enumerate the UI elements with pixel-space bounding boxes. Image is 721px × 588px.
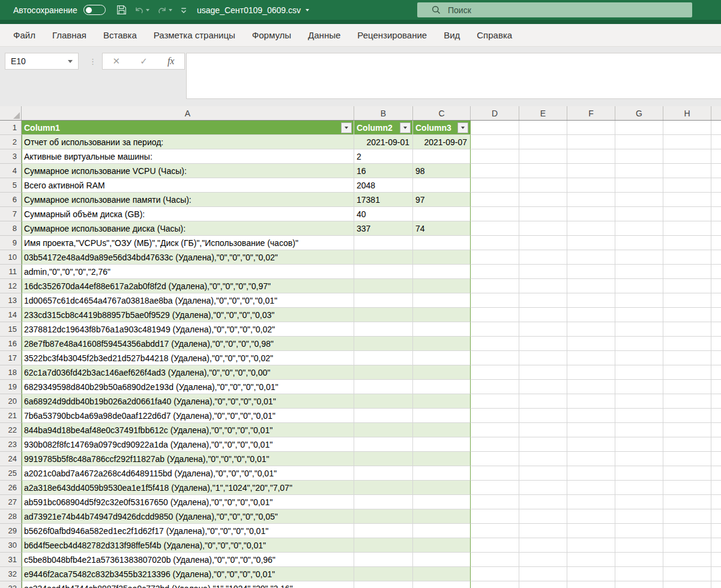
cell[interactable]: 337 — [354, 221, 413, 236]
cell[interactable] — [519, 380, 567, 394]
cell[interactable] — [354, 437, 413, 452]
select-all-corner[interactable] — [0, 106, 22, 120]
cell[interactable] — [663, 193, 711, 207]
cell[interactable]: b5626f0afbd946a582ed1ec2f1d62f17 (Удален… — [22, 524, 354, 538]
cell[interactable] — [615, 495, 663, 509]
cell[interactable] — [711, 509, 721, 524]
cell[interactable] — [711, 423, 721, 437]
cell[interactable] — [615, 121, 663, 135]
cell[interactable] — [519, 337, 567, 351]
cell[interactable] — [471, 437, 519, 452]
cell[interactable] — [413, 409, 471, 423]
ribbon-tab[interactable]: Справка — [468, 24, 520, 46]
cell[interactable] — [413, 452, 471, 466]
cell[interactable] — [663, 121, 711, 135]
cell[interactable] — [354, 337, 413, 351]
cell[interactable] — [471, 149, 519, 164]
column-header[interactable]: F — [567, 106, 615, 120]
cell[interactable] — [471, 452, 519, 466]
customize-qat-button[interactable] — [177, 5, 190, 16]
cell[interactable] — [711, 466, 721, 481]
cell[interactable] — [567, 495, 615, 509]
filter-button[interactable] — [457, 122, 468, 133]
cell[interactable] — [615, 164, 663, 178]
cancel-button[interactable]: ✕ — [113, 56, 121, 67]
ribbon-tab[interactable]: Вид — [435, 24, 468, 46]
cell[interactable] — [663, 365, 711, 380]
cell[interactable] — [471, 164, 519, 178]
cell[interactable] — [663, 135, 711, 149]
cell[interactable] — [567, 135, 615, 149]
cell[interactable] — [519, 538, 567, 553]
row-header[interactable]: 15 — [0, 322, 22, 337]
cell[interactable] — [519, 567, 567, 581]
cell[interactable] — [663, 524, 711, 538]
ribbon-tab[interactable]: Формулы — [244, 24, 300, 46]
enter-button[interactable]: ✓ — [140, 56, 148, 67]
cell[interactable] — [663, 553, 711, 567]
cell[interactable] — [354, 250, 413, 265]
table-header-cell-b[interactable]: Column2 — [354, 121, 413, 135]
cell[interactable] — [471, 236, 519, 250]
cell[interactable] — [615, 409, 663, 423]
cell[interactable] — [519, 164, 567, 178]
cell[interactable] — [615, 423, 663, 437]
cell[interactable] — [519, 207, 567, 221]
cell[interactable] — [354, 365, 413, 380]
cell[interactable] — [567, 221, 615, 236]
cell[interactable] — [413, 524, 471, 538]
ribbon-tab[interactable]: Рецензирование — [349, 24, 435, 46]
row-header[interactable]: 17 — [0, 351, 22, 365]
cell[interactable]: 844ba94d18be4af48e0c37491fbb612c (Удален… — [22, 423, 354, 437]
ribbon-tab[interactable]: Разметка страницы — [145, 24, 244, 46]
cell[interactable] — [519, 221, 567, 236]
cell[interactable] — [413, 149, 471, 164]
cell[interactable] — [519, 423, 567, 437]
cell[interactable] — [711, 178, 721, 193]
cell[interactable]: 1d00657c61dc4654a4767a03818ae8ba (Удален… — [22, 293, 354, 308]
cell[interactable] — [471, 265, 519, 279]
cell[interactable] — [413, 423, 471, 437]
cell[interactable] — [711, 207, 721, 221]
cell[interactable] — [471, 365, 519, 380]
filter-button[interactable] — [400, 122, 411, 133]
cell[interactable] — [663, 279, 711, 293]
cell[interactable] — [413, 538, 471, 553]
cell[interactable]: Всего активной RAM — [22, 178, 354, 193]
cell[interactable]: 03b54172e48a4d9a89e56d34bd47633c (Удален… — [22, 250, 354, 265]
cell[interactable] — [471, 279, 519, 293]
cell[interactable] — [711, 337, 721, 351]
cell[interactable] — [519, 178, 567, 193]
cell[interactable] — [615, 250, 663, 265]
row-header[interactable]: 6 — [0, 193, 22, 207]
cell[interactable]: 6a68924d9ddb40b19b026a2d0661fa40 (Удален… — [22, 394, 354, 409]
cell[interactable] — [567, 567, 615, 581]
cell[interactable]: e9446f2aca75482c832b3455b3213396 (Удален… — [22, 567, 354, 581]
ribbon-tab[interactable]: Главная — [44, 24, 95, 46]
row-header[interactable]: 16 — [0, 337, 22, 351]
cell[interactable] — [519, 135, 567, 149]
cell[interactable] — [711, 365, 721, 380]
column-header[interactable]: E — [519, 106, 567, 120]
cell[interactable] — [711, 495, 721, 509]
cell[interactable]: Отчет об использовании за период: — [22, 135, 354, 149]
cell[interactable]: admin,"0","0","0","2,76" — [22, 265, 354, 279]
cell[interactable]: a2021c0abd7a4672a268c4d6489115bd (Удален… — [22, 466, 354, 481]
row-header[interactable]: 30 — [0, 538, 22, 553]
cell[interactable] — [471, 524, 519, 538]
cell[interactable]: 930b082f8fc14769a0979cd90922a1da (Удален… — [22, 437, 354, 452]
cell[interactable] — [615, 279, 663, 293]
cell[interactable] — [567, 509, 615, 524]
cell[interactable] — [711, 553, 721, 567]
cell[interactable] — [471, 466, 519, 481]
cell[interactable] — [567, 236, 615, 250]
cell[interactable] — [471, 250, 519, 265]
cell[interactable] — [615, 236, 663, 250]
cell[interactable] — [471, 293, 519, 308]
cell[interactable] — [471, 380, 519, 394]
redo-dropdown-caret[interactable] — [169, 9, 172, 11]
cell[interactable] — [413, 250, 471, 265]
row-header[interactable]: 21 — [0, 409, 22, 423]
cell[interactable]: 40 — [354, 207, 413, 221]
row-header[interactable]: 14 — [0, 308, 22, 322]
